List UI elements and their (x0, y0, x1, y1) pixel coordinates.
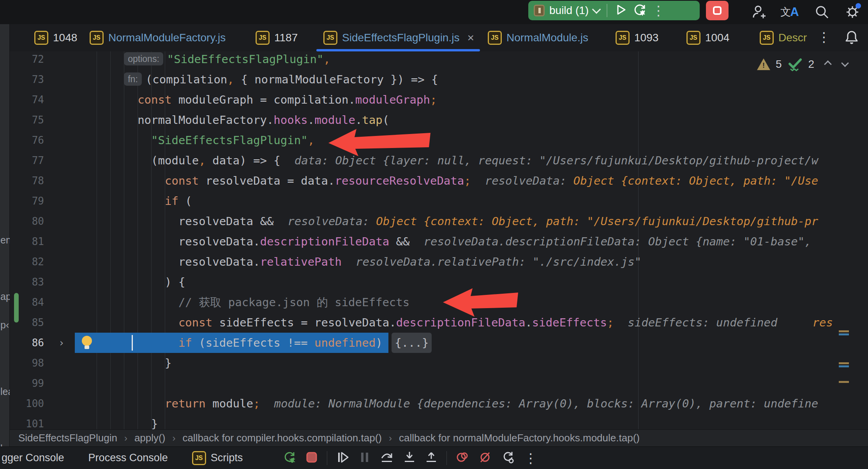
code-editor[interactable]: 72 options:"SideEffectsFlagPlugin",73 fn… (10, 51, 856, 429)
code-line-79[interactable]: 79 if ( (10, 191, 856, 211)
fold-region-icon[interactable]: › (58, 333, 74, 353)
line-number[interactable]: 79 (10, 191, 44, 211)
line-number[interactable]: 101 (10, 414, 44, 429)
search-button[interactable] (813, 3, 831, 21)
line-number[interactable]: 77 (10, 150, 44, 171)
step-over-icon[interactable] (379, 450, 394, 466)
code-line-76[interactable]: 76 "SideEffectsFlagPlugin", (10, 130, 856, 150)
tool-tab-process-console[interactable]: Process Console (88, 452, 168, 464)
intention-bulb-icon[interactable] (82, 336, 92, 346)
code-line-85[interactable]: 85 const sideEffects = resolveData.descr… (10, 312, 856, 333)
resume-program-icon[interactable] (336, 450, 350, 466)
tab-1187[interactable]: JS1187 (256, 24, 298, 51)
code-text: return module;module: NormalModule {depe… (76, 393, 818, 414)
code-line-80[interactable]: 80 resolveData &&resolveData: Object {co… (10, 211, 856, 231)
settings-button[interactable] (843, 3, 862, 21)
stop-button[interactable] (706, 1, 729, 20)
inspections-widget[interactable]: ! 5 2 (757, 57, 848, 72)
code-text: resolveData &&resolveData: Object {conte… (76, 211, 818, 231)
rerun-debug-icon[interactable] (282, 450, 296, 466)
breadcrumb-item[interactable]: callback for normalModuleFactory.hooks.m… (399, 432, 640, 444)
line-number[interactable]: 78 (10, 171, 44, 191)
step-into-icon[interactable] (403, 450, 416, 466)
code-line-73[interactable]: 73 fn:(compilation, { normalModuleFactor… (10, 69, 856, 90)
code-line-84[interactable]: 84 // 获取 package.json 的 sideEffects (10, 292, 856, 312)
code-line-81[interactable]: 81 resolveData.descriptionFileData &&res… (10, 231, 856, 252)
line-number[interactable]: 99 (10, 373, 44, 393)
tab-normalmodulefactory-js[interactable]: JSNormalModuleFactory.js (90, 24, 226, 51)
run-configuration-pill[interactable]: build (1) ⋮ (528, 1, 700, 20)
analyzer-mark[interactable] (839, 330, 849, 332)
tab-1048[interactable]: JS1048 (34, 24, 77, 51)
breadcrumb-item[interactable]: apply() (134, 432, 165, 444)
code-line-75[interactable]: 75 normalModuleFactory.hooks.module.tap( (10, 110, 856, 130)
tab-normalmodule-js[interactable]: JSNormalModule.js (488, 24, 588, 51)
tool-tab-scripts[interactable]: JSScripts (192, 451, 243, 465)
code-line-99[interactable]: 99 (10, 373, 856, 393)
next-problem-icon[interactable] (841, 59, 849, 67)
checks-passed-count: 2 (808, 58, 815, 71)
code-line-83[interactable]: 83 ) { (10, 272, 856, 292)
mute-breakpoints-icon[interactable] (478, 450, 492, 466)
line-number[interactable]: 73 (10, 69, 44, 90)
folded-code-placeholder[interactable]: {...} (392, 333, 432, 353)
code-line-74[interactable]: 74 const moduleGraph = compilation.modul… (10, 90, 856, 110)
line-number[interactable]: 72 (10, 51, 44, 69)
code-line-78[interactable]: 78 const resolveData = data.resourceReso… (10, 171, 856, 191)
javascript-file-icon: JS (616, 31, 630, 45)
breadcrumb-item[interactable]: callback for compiler.hooks.compilation.… (182, 432, 382, 444)
code-line-98[interactable]: 98 } (10, 353, 856, 373)
line-number[interactable]: 100 (10, 393, 44, 414)
code-line-86[interactable]: 86› if (sideEffects !== undefined) {...} (10, 333, 856, 353)
line-number[interactable]: 75 (10, 110, 44, 130)
code-line-101[interactable]: 101 } (10, 414, 856, 429)
tab-1093[interactable]: JS1093 (616, 24, 658, 51)
line-number[interactable]: 74 (10, 90, 44, 110)
line-number[interactable]: 98 (10, 353, 44, 373)
parameter-hint-chip[interactable]: options: (124, 52, 163, 65)
code-line-72[interactable]: 72 options:"SideEffectsFlagPlugin", (10, 51, 856, 69)
more-icon[interactable]: ⋮ (524, 451, 537, 465)
analyzer-mark[interactable] (839, 333, 849, 335)
previous-problem-icon[interactable] (824, 60, 832, 68)
view-breakpoints-icon[interactable] (455, 450, 469, 466)
translate-icon[interactable]: 文A (780, 3, 799, 21)
tab-descr[interactable]: JSDescr (760, 24, 807, 51)
line-number[interactable]: 80 (10, 211, 44, 231)
debugger-inline-hint: data: Object {layer: null, request: "/Us… (295, 154, 818, 167)
hidden-tabs-icon[interactable]: ⋮ (817, 30, 831, 44)
rerun-debugger-button[interactable] (632, 3, 647, 18)
line-number[interactable]: 86 (10, 333, 44, 353)
code-line-77[interactable]: 77 (module, data) => {data: Object {laye… (10, 150, 856, 171)
chevron-down-icon[interactable] (592, 5, 601, 14)
breadcrumb-item[interactable]: SideEffectsFlagPlugin (18, 432, 117, 444)
analyzer-mark[interactable] (839, 362, 849, 364)
code-line-100[interactable]: 100 return module;module: NormalModule {… (10, 393, 856, 414)
code-line-82[interactable]: 82 resolveData.relativePathresolveData.r… (10, 252, 856, 272)
code-text: "SideEffectsFlagPlugin", (76, 130, 314, 150)
line-number[interactable]: 83 (10, 272, 44, 292)
tool-tab-gger-console[interactable]: gger Console (2, 452, 64, 464)
stop-icon[interactable] (305, 451, 318, 465)
more-actions-icon[interactable]: ⋮ (652, 4, 665, 17)
debugger-inline-hint: resolveData.relativePath: "./src/index.j… (356, 255, 641, 268)
breadcrumb-separator: › (172, 433, 175, 444)
divider (607, 4, 607, 17)
line-number[interactable]: 85 (10, 312, 44, 333)
line-number[interactable]: 76 (10, 130, 44, 150)
analyzer-mark[interactable] (839, 381, 849, 383)
close-tab-icon[interactable]: × (467, 31, 474, 44)
run-button[interactable] (614, 3, 628, 18)
line-number[interactable]: 82 (10, 252, 44, 272)
pause-icon[interactable] (358, 451, 371, 465)
tab-sideeffectsflagplugin-js[interactable]: JSSideEffectsFlagPlugin.js× (323, 24, 474, 51)
tab-1004[interactable]: JS1004 (686, 24, 729, 51)
reset-frame-icon[interactable] (501, 450, 515, 466)
notification-dot (856, 3, 861, 9)
step-out-icon[interactable] (425, 450, 438, 466)
notifications-bell-icon[interactable] (844, 30, 859, 48)
add-user-button[interactable] (749, 3, 767, 21)
line-number[interactable]: 81 (10, 231, 44, 252)
analyzer-mark[interactable] (839, 365, 849, 367)
parameter-hint-chip[interactable]: fn: (124, 72, 142, 86)
